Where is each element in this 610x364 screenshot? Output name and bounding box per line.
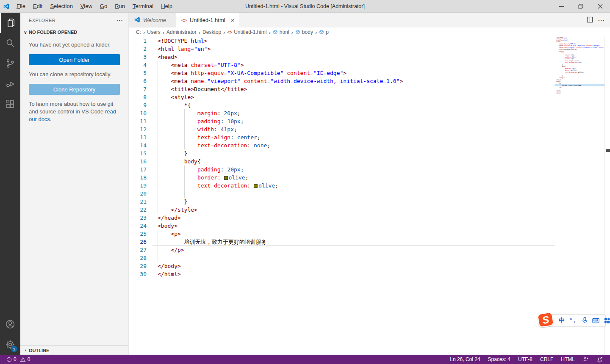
editor-more-actions[interactable]: ··· [598, 17, 605, 23]
code-line-2[interactable]: 2<html lang="en"> [129, 45, 403, 53]
open-folder-button[interactable]: Open Folder [29, 54, 120, 65]
git-help-text: To learn more about how to use git and s… [29, 100, 120, 123]
close-button[interactable] [591, 0, 610, 13]
code-line-21[interactable]: 21 } [129, 198, 403, 206]
code-line-30: </html> [556, 92, 604, 94]
line-number: 15 [129, 149, 147, 157]
code-line-9[interactable]: 9 *{ [129, 101, 403, 109]
code-line-20[interactable]: 20 [129, 190, 403, 198]
code-line-28[interactable]: 28 [129, 254, 403, 262]
menu-edit[interactable]: Edit [29, 0, 46, 13]
code-line-16[interactable]: 16 body{ [129, 157, 403, 165]
code-line-23[interactable]: 23</head> [129, 214, 403, 222]
code-line-4[interactable]: 4 <meta charset="UTF-8"> [129, 61, 403, 69]
code-line-11[interactable]: 11 padding: 10px; [129, 117, 403, 125]
status-ln-26-col-24[interactable]: Ln 26, Col 24 [446, 355, 484, 364]
code-line-22[interactable]: 22 </style> [129, 206, 403, 214]
menu-view[interactable]: View [77, 0, 96, 13]
tab-untitled-1-html[interactable]: <>Untitled-1.html× [176, 13, 240, 28]
extensions-icon[interactable] [0, 94, 20, 114]
minimize-button[interactable] [552, 0, 571, 13]
breadcrumb-item-body[interactable]: body [295, 29, 313, 35]
code-line-13[interactable]: 13 text-align: center; [129, 133, 403, 141]
ime-chinese-mode[interactable]: 中 [559, 317, 565, 325]
code-line-14[interactable]: 14 text-decoration: none; [129, 141, 403, 149]
code-line-6[interactable]: 6 <meta name="viewport" content="width=d… [129, 77, 403, 85]
explorer-icon[interactable] [0, 13, 20, 33]
breadcrumb-item-c-[interactable]: C: [136, 29, 141, 35]
breadcrumb-item-p[interactable]: p [319, 29, 329, 35]
problems-status[interactable]: 0 0 [4, 355, 32, 364]
menu-go[interactable]: Go [96, 0, 111, 13]
ime-microphone-icon[interactable] [582, 317, 588, 324]
breadcrumb-item-administrator[interactable]: Administrator [166, 29, 197, 35]
settings-gear-icon[interactable]: 1 [0, 334, 20, 355]
indent-guide [158, 182, 158, 190]
code-line-5[interactable]: 5 <meta http-equiv="X-UA-Compatible" con… [129, 69, 403, 77]
menu-run[interactable]: Run [111, 0, 129, 13]
code-line-10[interactable]: 10 margin: 20px; [129, 109, 403, 117]
line-number: 7 [129, 85, 147, 93]
code-line-1[interactable]: 1<!DOCTYPE html> [129, 37, 403, 45]
tab-label: Welcome [143, 17, 166, 23]
color-swatch-olive[interactable] [254, 184, 258, 188]
code-line-7[interactable]: 7 <title>Document</title> [129, 85, 403, 93]
code-line-27[interactable]: 27 </p> [129, 246, 403, 254]
indent-guide [171, 125, 171, 133]
code-line-17[interactable]: 17 padding: 20px; [129, 165, 403, 174]
ime-punctuation-mode[interactable]: °， [570, 317, 577, 324]
breadcrumb-item-desktop[interactable]: Desktop [202, 29, 221, 35]
notifications-bell-icon[interactable] [593, 355, 607, 364]
accounts-icon[interactable] [0, 314, 20, 334]
breadcrumb-item-html[interactable]: html [273, 29, 289, 35]
code-line-24[interactable]: 24<body> [129, 222, 403, 230]
section-title: NO FOLDER OPENED [29, 30, 77, 35]
section-no-folder-opened[interactable]: ∨ NO FOLDER OPENED [20, 28, 128, 37]
code-line-3[interactable]: 3<head> [129, 53, 403, 61]
code-line-29[interactable]: 29</body> [129, 262, 403, 270]
menu-help[interactable]: Help [157, 0, 176, 13]
code-line-26[interactable]: 26 培训无忧，致力于更好的培训服务 [129, 238, 403, 246]
explorer-more-actions[interactable]: ··· [116, 17, 123, 23]
breadcrumb-separator: › [223, 29, 225, 36]
sogou-logo[interactable]: S [537, 312, 555, 328]
html-file-icon: <> [181, 18, 187, 23]
menu-selection[interactable]: Selection [46, 0, 76, 13]
code-editor[interactable]: 1<!DOCTYPE html>2<html lang="en">3<head>… [129, 37, 610, 355]
split-editor-icon[interactable] [587, 17, 593, 24]
outline-section[interactable]: › OUTLINE [20, 345, 128, 355]
overview-ruler[interactable] [604, 37, 610, 355]
indent-guide [158, 69, 158, 77]
run-and-debug-icon[interactable] [0, 74, 20, 94]
ime-toolbox-icon[interactable] [604, 317, 610, 324]
code-line-18[interactable]: 18 border: olive; [129, 174, 403, 182]
feedback-icon[interactable] [579, 355, 593, 364]
menu-terminal[interactable]: Terminal [129, 0, 157, 13]
breadcrumb-item-untitled-1-html[interactable]: <>Untitled-1.html [227, 29, 266, 35]
tab-close-icon[interactable]: × [231, 17, 235, 23]
code-line-15[interactable]: 15 } [129, 149, 403, 157]
line-number: 19 [129, 182, 147, 190]
status-utf-8[interactable]: UTF-8 [514, 355, 536, 364]
code-line-12[interactable]: 12 width: 41px; [129, 125, 403, 133]
minimap[interactable]: <!DOCTYPE html><html lang="en"><head> <m… [555, 37, 604, 355]
search-icon[interactable] [0, 33, 20, 53]
restore-button[interactable] [571, 0, 591, 13]
color-swatch-olive[interactable] [224, 176, 228, 180]
status-html[interactable]: HTML [557, 355, 579, 364]
code-line-25[interactable]: 25 <p> [129, 230, 403, 238]
indent-guide [158, 85, 158, 93]
clone-repository-button[interactable]: Clone Repository [29, 84, 120, 95]
status-spaces-4[interactable]: Spaces: 4 [484, 355, 514, 364]
tab-welcome[interactable]: Welcome [129, 13, 176, 28]
code-line-19[interactable]: 19 text-decoration: olive; [129, 182, 403, 190]
menu-file[interactable]: File [13, 0, 29, 13]
source-control-icon[interactable] [0, 53, 20, 74]
code-line-8[interactable]: 8 <style> [129, 93, 403, 101]
line-number: 8 [129, 93, 147, 101]
line-number: 16 [129, 157, 147, 165]
status-crlf[interactable]: CRLF [536, 355, 557, 364]
code-line-30[interactable]: 30</html> [129, 270, 403, 278]
breadcrumb-item-users[interactable]: Users [147, 29, 160, 35]
ime-keyboard-icon[interactable] [592, 318, 599, 323]
